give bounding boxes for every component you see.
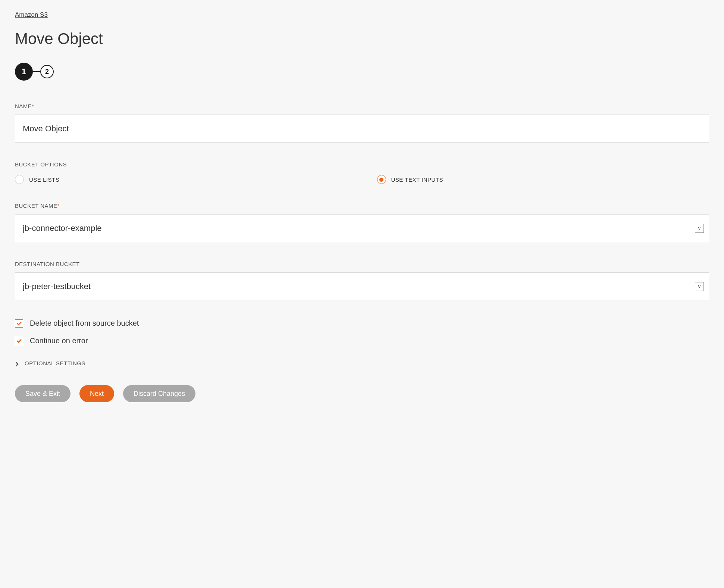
- radio-circle-use-text-inputs: [377, 175, 386, 184]
- name-label: NAME*: [15, 103, 709, 109]
- chevron-right-icon: [15, 361, 19, 366]
- bucket-name-input[interactable]: [15, 214, 709, 242]
- required-asterisk: *: [32, 103, 34, 109]
- destination-bucket-input-wrapper: V: [15, 272, 709, 300]
- discard-changes-button[interactable]: Discard Changes: [123, 385, 195, 402]
- optional-settings-toggle[interactable]: OPTIONAL SETTINGS: [15, 360, 709, 366]
- checkbox-delete-source[interactable]: Delete object from source bucket: [15, 319, 709, 328]
- step-2[interactable]: 2: [40, 65, 54, 78]
- name-field-group: NAME*: [15, 103, 709, 143]
- checkbox-box: [15, 319, 23, 328]
- variable-picker-icon[interactable]: V: [695, 224, 704, 233]
- bucket-options-group: BUCKET OPTIONS USE LISTS USE TEXT INPUTS: [15, 161, 709, 184]
- checkbox-label-continue-on-error: Continue on error: [30, 337, 88, 345]
- stepper: 1 2: [15, 63, 709, 81]
- next-button[interactable]: Next: [79, 385, 114, 402]
- radio-label-use-text-inputs: USE TEXT INPUTS: [391, 176, 443, 183]
- step-1[interactable]: 1: [15, 63, 33, 81]
- page-title: Move Object: [15, 30, 709, 48]
- radio-dot: [379, 178, 383, 182]
- radio-label-use-lists: USE LISTS: [29, 176, 59, 183]
- checkmark-icon: [16, 320, 22, 326]
- checkbox-box: [15, 337, 23, 345]
- required-asterisk: *: [57, 203, 60, 209]
- bucket-name-label: BUCKET NAME*: [15, 203, 709, 209]
- destination-bucket-input[interactable]: [15, 272, 709, 300]
- radio-use-lists[interactable]: USE LISTS: [15, 175, 347, 184]
- bucket-options-radios: USE LISTS USE TEXT INPUTS: [15, 175, 709, 184]
- step-connector: [33, 71, 40, 72]
- radio-use-text-inputs[interactable]: USE TEXT INPUTS: [377, 175, 709, 184]
- bucket-name-group: BUCKET NAME* V: [15, 203, 709, 242]
- name-input[interactable]: [15, 115, 709, 143]
- name-label-text: NAME: [15, 103, 32, 109]
- optional-settings-label: OPTIONAL SETTINGS: [25, 360, 85, 366]
- destination-bucket-label: DESTINATION BUCKET: [15, 261, 709, 267]
- destination-bucket-group: DESTINATION BUCKET V: [15, 261, 709, 300]
- button-row: Save & Exit Next Discard Changes: [15, 385, 709, 402]
- radio-circle-use-lists: [15, 175, 24, 184]
- breadcrumb[interactable]: Amazon S3: [15, 11, 48, 19]
- checkbox-label-delete-source: Delete object from source bucket: [30, 319, 139, 328]
- bucket-name-input-wrapper: V: [15, 214, 709, 242]
- bucket-name-label-text: BUCKET NAME: [15, 203, 57, 209]
- variable-picker-icon[interactable]: V: [695, 282, 704, 291]
- checkbox-continue-on-error[interactable]: Continue on error: [15, 337, 709, 345]
- bucket-options-label: BUCKET OPTIONS: [15, 161, 709, 168]
- save-exit-button[interactable]: Save & Exit: [15, 385, 70, 402]
- checkmark-icon: [16, 338, 22, 344]
